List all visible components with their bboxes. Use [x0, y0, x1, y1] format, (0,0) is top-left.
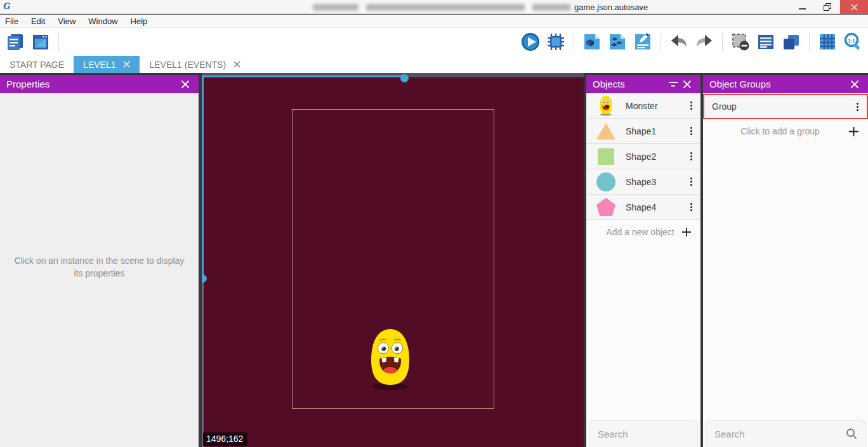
group-menu-icon[interactable]: [850, 103, 867, 111]
window-title-text: game.json.autosave: [574, 3, 648, 12]
redo-icon[interactable]: [694, 32, 714, 52]
objects-groups-icon[interactable]: [607, 32, 628, 52]
project-manager-icon[interactable]: [5, 32, 25, 52]
game-window-top-edge: [202, 75, 405, 77]
editor-tabs: START PAGE LEVEL1 LEVEL1 (EVENTS): [0, 56, 868, 73]
plus-icon: [848, 126, 859, 137]
square-icon: [586, 148, 626, 165]
add-object-icon[interactable]: [582, 32, 602, 52]
monster-icon: [586, 95, 626, 116]
instances-list-icon[interactable]: [756, 32, 776, 52]
group-label: Group: [704, 101, 850, 112]
add-group-button[interactable]: Click to add a group: [703, 119, 868, 143]
close-panel-icon[interactable]: [680, 77, 694, 91]
gdevelop-window: G game.json.autosave: [0, 0, 868, 447]
menu-edit[interactable]: Edit: [25, 16, 51, 26]
gdevelop-logo-icon: G: [3, 2, 14, 11]
tab-start-page[interactable]: START PAGE: [0, 56, 74, 73]
window-title: game.json.autosave: [309, 1, 648, 13]
object-row-monster[interactable]: Monster: [586, 93, 700, 119]
tab-close-icon[interactable]: [233, 61, 240, 68]
toolbar-divider: [661, 33, 661, 51]
game-window-left-edge-gray: [202, 279, 204, 447]
object-label: Shape1: [626, 126, 684, 136]
debug-icon[interactable]: [546, 32, 566, 52]
plus-icon: [681, 227, 692, 237]
zoom-1-1-icon[interactable]: 1:1: [843, 32, 863, 52]
restore-button[interactable]: [815, 0, 840, 14]
menu-help[interactable]: Help: [124, 16, 154, 26]
tab-label: LEVEL1 (EVENTS): [149, 60, 226, 70]
tab-label: START PAGE: [10, 60, 64, 70]
menu-window[interactable]: Window: [82, 16, 124, 26]
groups-search-input[interactable]: [706, 429, 846, 439]
tab-level1-events[interactable]: LEVEL1 (EVENTS): [140, 56, 250, 73]
search-icon: [846, 428, 857, 439]
group-row-selected[interactable]: Group: [703, 94, 868, 119]
object-label: Shape2: [626, 152, 684, 162]
groups-search-box[interactable]: [706, 420, 865, 447]
object-menu-icon[interactable]: [684, 101, 700, 110]
title-bar: G game.json.autosave: [0, 0, 868, 14]
grid-icon[interactable]: [817, 32, 838, 52]
game-window-left-edge: [202, 75, 204, 279]
add-new-object-label: Add a new object: [599, 227, 681, 237]
resize-handle-left[interactable]: [202, 275, 207, 283]
resize-handle-top[interactable]: [400, 74, 409, 82]
object-groups-panel: Object Groups Group Click to add a group: [703, 75, 868, 447]
objects-search-box[interactable]: [589, 420, 698, 447]
play-preview-icon[interactable]: [520, 32, 541, 52]
close-panel-icon[interactable]: [848, 77, 862, 91]
object-label: Shape4: [626, 202, 684, 212]
main-toolbar: 1:1: [0, 28, 868, 56]
properties-panel: Properties Click on an instance in the s…: [0, 75, 199, 447]
object-label: Shape3: [626, 177, 684, 187]
pentagon-icon: [586, 197, 626, 217]
properties-panel-title: Properties: [6, 79, 49, 89]
objects-panel-header: Objects: [586, 75, 700, 93]
menu-file[interactable]: File: [0, 16, 25, 26]
tab-label: LEVEL1: [83, 60, 115, 70]
properties-panel-header: Properties: [0, 75, 199, 93]
objects-panel: Objects: [586, 75, 700, 447]
scene-editor-canvas[interactable]: 1496;162: [202, 73, 584, 447]
toolbar-divider: [58, 33, 59, 51]
monster-instance[interactable]: [367, 327, 414, 391]
objects-panel-title: Objects: [593, 79, 625, 89]
circle-icon: [586, 172, 626, 192]
game-window-top-edge-gray: [405, 75, 584, 77]
object-groups-panel-header: Object Groups: [703, 75, 868, 93]
undo-icon[interactable]: [669, 32, 689, 52]
redacted-text: [313, 4, 358, 11]
object-menu-icon[interactable]: [684, 127, 700, 135]
object-groups-panel-title: Object Groups: [709, 79, 771, 89]
object-row-shape2[interactable]: Shape2: [586, 144, 700, 169]
filter-icon[interactable]: [666, 77, 680, 91]
redacted-text: [532, 4, 570, 11]
cursor-coordinates: 1496;162: [203, 432, 247, 446]
minimize-button[interactable]: [789, 0, 815, 14]
tab-close-icon[interactable]: [123, 61, 130, 68]
close-button[interactable]: [840, 0, 868, 14]
object-row-shape1[interactable]: Shape1: [586, 119, 700, 144]
object-row-shape4[interactable]: Shape4: [586, 195, 700, 220]
triangle-icon: [586, 122, 626, 141]
export-project-icon[interactable]: [30, 32, 51, 52]
object-menu-icon[interactable]: [684, 203, 700, 211]
toolbar-divider: [722, 33, 723, 51]
deselect-instances-icon[interactable]: [730, 32, 751, 52]
object-menu-icon[interactable]: [684, 152, 700, 160]
object-label: Monster: [626, 101, 684, 111]
svg-text:1:1: 1:1: [848, 38, 855, 44]
toolbar-divider: [809, 33, 810, 51]
layers-icon[interactable]: [781, 32, 801, 52]
properties-hint-text: Click on an instance in the scene to dis…: [10, 254, 188, 280]
object-row-shape3[interactable]: Shape3: [586, 169, 700, 195]
edit-scene-properties-icon[interactable]: [633, 32, 653, 52]
add-new-object-button[interactable]: Add a new object: [586, 220, 700, 244]
redacted-text: [366, 4, 525, 11]
close-panel-icon[interactable]: [178, 77, 192, 91]
tab-level1[interactable]: LEVEL1: [74, 56, 140, 73]
object-menu-icon[interactable]: [684, 178, 700, 186]
menu-view[interactable]: View: [51, 16, 82, 26]
